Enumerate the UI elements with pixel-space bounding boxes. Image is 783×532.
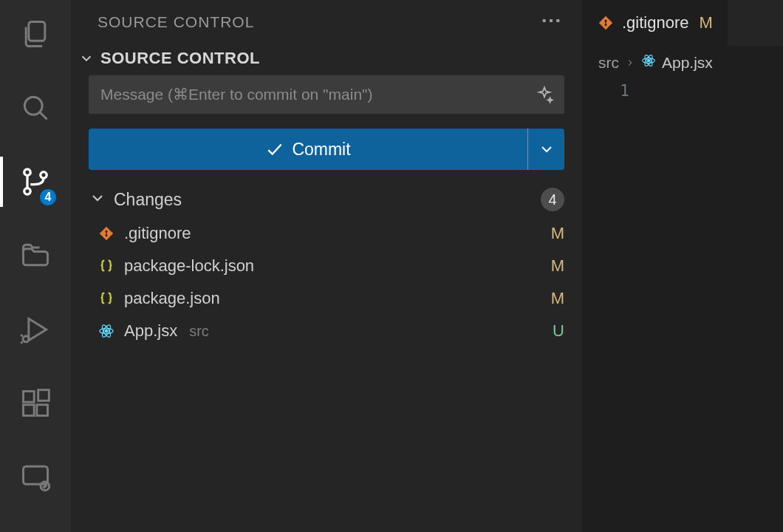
chevron-down-icon [89, 189, 106, 210]
breadcrumb[interactable]: src App.jsx [582, 46, 783, 79]
activity-extensions[interactable] [0, 383, 71, 424]
commit-message-input[interactable] [89, 75, 564, 114]
json-file-icon [98, 290, 115, 307]
svg-point-7 [23, 336, 29, 342]
file-name: .gitignore [124, 224, 191, 243]
commit-dropdown-button[interactable] [527, 129, 564, 170]
activity-run-debug[interactable] [0, 309, 71, 350]
react-file-icon [641, 53, 656, 72]
file-path: src [189, 323, 209, 340]
git-file-icon [597, 15, 615, 31]
file-status: M [551, 224, 564, 243]
file-status: M [551, 256, 564, 276]
svg-point-4 [24, 188, 30, 194]
remote-icon [19, 461, 52, 494]
activity-search[interactable] [0, 87, 71, 129]
chevron-down-icon [538, 140, 555, 158]
change-row[interactable]: App.jsxsrcU [71, 315, 582, 347]
git-file-icon [98, 225, 115, 242]
more-actions-button[interactable] [535, 10, 567, 34]
file-name: App.jsx [124, 321, 177, 341]
editor-tab-row: .gitignore M [582, 0, 783, 46]
changes-list: .gitignoreMpackage-lock.jsonMpackage.jso… [71, 217, 582, 347]
commit-button-row: Commit [89, 129, 564, 170]
svg-rect-12 [37, 405, 48, 416]
svg-point-16 [542, 19, 546, 23]
activity-folders[interactable] [0, 235, 71, 276]
svg-point-1 [24, 97, 42, 115]
breadcrumb-folder: src [598, 54, 619, 72]
svg-point-5 [41, 172, 47, 178]
commit-button-label: Commit [292, 140, 350, 160]
line-gutter: 1 [582, 79, 647, 532]
commit-message-wrap [89, 75, 564, 114]
svg-point-3 [24, 169, 30, 175]
svg-rect-0 [29, 22, 45, 41]
section-label: SOURCE CONTROL [100, 49, 260, 68]
file-status: U [553, 321, 564, 341]
check-icon [265, 140, 284, 159]
activity-remote[interactable] [0, 457, 71, 498]
chevron-right-icon [625, 54, 635, 72]
file-status: M [551, 289, 564, 308]
tab-label: .gitignore [622, 13, 689, 33]
changes-header[interactable]: Changes 4 [71, 170, 582, 217]
play-bug-icon [19, 313, 52, 346]
panel-title: SOURCE CONTROL [98, 13, 254, 31]
line-number: 1 [582, 82, 629, 100]
change-row[interactable]: package.jsonM [71, 282, 582, 315]
files-icon [19, 18, 52, 50]
breadcrumb-file: App.jsx [662, 54, 713, 72]
json-file-icon [98, 258, 115, 274]
editor-tab-gitignore[interactable]: .gitignore M [582, 0, 728, 46]
panel-title-row: SOURCE CONTROL [71, 0, 582, 46]
commit-area: Commit [71, 75, 582, 170]
svg-rect-10 [24, 392, 35, 403]
svg-point-17 [550, 19, 553, 23]
activity-bar: 4 [0, 0, 71, 532]
search-icon [19, 92, 52, 124]
folder-icon [19, 239, 52, 272]
svg-point-18 [556, 19, 560, 23]
sparkle-icon [535, 85, 554, 104]
svg-rect-21 [106, 231, 106, 236]
file-name: package-lock.json [124, 256, 254, 276]
editor-area: .gitignore M src App.jsx 1 [582, 0, 783, 532]
chevron-down-icon [78, 50, 95, 66]
svg-rect-11 [24, 405, 35, 416]
source-control-section-header[interactable]: SOURCE CONTROL [71, 46, 582, 75]
editor-body[interactable]: 1 [582, 79, 783, 532]
activity-explorer[interactable] [0, 13, 71, 55]
svg-point-22 [105, 330, 108, 332]
svg-line-9 [21, 342, 22, 344]
svg-rect-13 [38, 390, 49, 401]
ai-sparkle-button[interactable] [535, 85, 554, 104]
changes-count-badge: 4 [541, 188, 564, 211]
extensions-icon [19, 387, 52, 420]
source-control-panel: SOURCE CONTROL SOURCE CONTROL Commit [71, 0, 582, 532]
tab-status: M [700, 13, 713, 33]
change-row[interactable]: .gitignoreM [71, 217, 582, 250]
file-name: package.json [124, 289, 220, 308]
react-file-icon [98, 323, 115, 339]
svg-rect-28 [605, 21, 606, 25]
change-row[interactable]: package-lock.jsonM [71, 250, 582, 282]
changes-label: Changes [114, 190, 533, 210]
scm-badge: 4 [38, 188, 58, 207]
svg-line-8 [21, 335, 22, 336]
activity-source-control[interactable]: 4 [0, 161, 71, 202]
code-content[interactable] [647, 79, 783, 532]
svg-line-2 [40, 112, 47, 120]
commit-button[interactable]: Commit [89, 129, 527, 170]
svg-point-29 [647, 59, 649, 61]
ellipsis-icon [541, 13, 561, 28]
svg-marker-6 [29, 318, 47, 340]
